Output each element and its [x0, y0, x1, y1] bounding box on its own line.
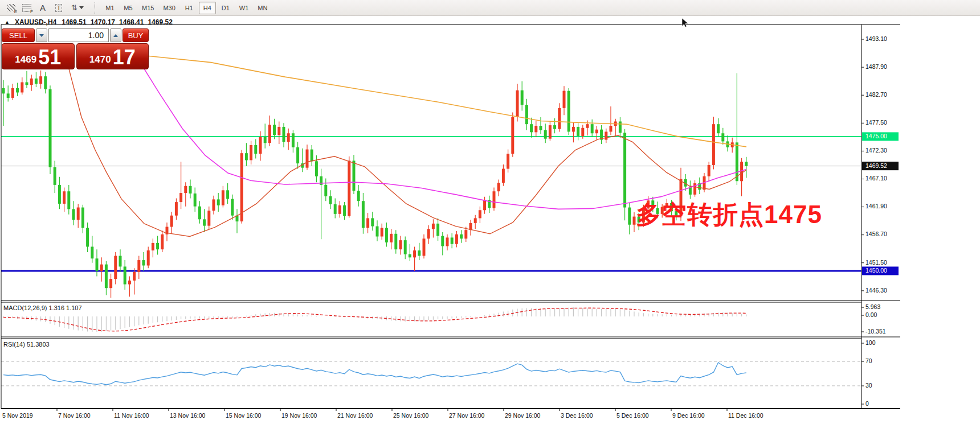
time-axis-label: 21 Nov 16:00	[337, 412, 373, 419]
candle-body	[311, 150, 313, 162]
timeframe-m1[interactable]: M1	[101, 2, 119, 14]
candle-body	[100, 265, 103, 271]
candle-body	[175, 202, 178, 216]
arrows-style-icon[interactable]: ⇅	[67, 2, 88, 14]
volume-decrease-button[interactable]	[36, 28, 47, 42]
macd-axis-label: -10.351	[865, 328, 886, 335]
candle-body	[507, 154, 509, 168]
candle-body	[591, 124, 594, 133]
candle-body	[572, 127, 575, 131]
candle-body	[277, 127, 280, 135]
timeframe-w1[interactable]: W1	[235, 2, 253, 14]
time-axis-label: 7 Nov 16:00	[58, 412, 91, 419]
volume-increase-button[interactable]	[110, 28, 121, 42]
time-axis: 5 Nov 20197 Nov 16:0011 Nov 16:0013 Nov …	[2, 412, 763, 419]
candle-body	[558, 108, 561, 129]
timeframe-mn[interactable]: MN	[254, 2, 271, 14]
candle-body	[577, 127, 579, 136]
candle-body	[67, 191, 70, 209]
candle-body	[595, 130, 598, 134]
timeframe-m30[interactable]: M30	[159, 2, 179, 14]
low-value: 1468.41	[119, 18, 144, 26]
sell-price-display[interactable]: 1469 51	[2, 43, 75, 69]
candle-body	[161, 234, 164, 249]
candle-body	[63, 191, 66, 204]
grid-tool-icon[interactable]: F	[19, 2, 34, 14]
buy-button[interactable]: BUY	[122, 28, 149, 42]
timeframe-d1[interactable]: D1	[217, 2, 234, 14]
timeframe-m15[interactable]: M15	[138, 2, 158, 14]
candle-body	[315, 161, 318, 176]
candle-body	[511, 117, 514, 154]
candle-body	[516, 90, 519, 117]
text-label-icon[interactable]: A	[35, 2, 50, 14]
volume-input[interactable]	[48, 28, 109, 42]
candle-body	[26, 83, 28, 85]
candle-body	[264, 137, 267, 143]
timeframe-h1[interactable]: H1	[181, 2, 198, 14]
candle-body	[544, 130, 547, 139]
t-glyph: T	[55, 4, 63, 12]
candle-body	[292, 133, 295, 147]
rsi-panel: RSI(14) 51.380310070300	[1, 339, 876, 407]
candle-body	[394, 234, 397, 249]
candle-body	[343, 205, 346, 216]
macd-axis-label: 0.00	[865, 311, 877, 318]
mouse-cursor	[682, 18, 688, 27]
candle-body	[497, 183, 500, 191]
channel-tool-icon[interactable]: E	[3, 2, 18, 14]
sell-button[interactable]: SELL	[2, 28, 35, 42]
timeframe-h4[interactable]: H4	[199, 2, 216, 14]
candle-body	[133, 272, 136, 281]
candle-body	[712, 124, 715, 165]
price-axis-label: 1461.90	[865, 203, 887, 209]
candle-body	[610, 126, 612, 131]
time-axis-label: 25 Nov 16:00	[393, 412, 429, 419]
candle-body	[287, 133, 290, 142]
collapse-triangle-icon[interactable]: ▲	[5, 19, 10, 25]
candle-body	[399, 240, 402, 249]
chart-canvas[interactable]: MACD(12,26,9) 1.316 1.1075.9630.00-10.35…	[0, 16, 980, 424]
candle-body	[217, 199, 220, 205]
candle-body	[245, 153, 248, 160]
candle-body	[413, 250, 416, 257]
candle-body	[296, 147, 299, 163]
candle-body	[530, 124, 533, 132]
candle-body	[30, 79, 33, 85]
candle-body	[72, 209, 75, 220]
candle-body	[708, 165, 710, 176]
rsi-axis-label: 100	[865, 339, 876, 346]
candle-body	[502, 169, 505, 183]
macd-signal-line	[3, 308, 746, 331]
candle-body	[432, 224, 435, 229]
candle-body	[198, 207, 201, 220]
rsi-label: RSI(14) 51.3803	[3, 341, 50, 348]
support-badge-text: 1450.00	[865, 267, 887, 274]
candle-body	[436, 224, 439, 236]
time-axis-label: 9 Dec 16:00	[672, 412, 705, 419]
buy-price-display[interactable]: 1470 17	[76, 43, 149, 69]
candle-body	[390, 234, 393, 242]
macd-panel: MACD(12,26,9) 1.316 1.1075.9630.00-10.35…	[3, 303, 886, 335]
candle-body	[474, 218, 477, 223]
candle-body	[371, 218, 374, 226]
time-axis-label: 5 Nov 2019	[2, 412, 33, 419]
candle-body	[179, 193, 182, 202]
candle-body	[2, 88, 5, 93]
candle-body	[226, 190, 229, 199]
candle-body	[156, 243, 159, 249]
candle-body	[250, 145, 252, 160]
candle-body	[306, 150, 309, 168]
candle-body	[385, 228, 388, 242]
candle-body	[39, 76, 42, 84]
rsi-axis-label: 30	[865, 382, 872, 389]
candle-body	[633, 217, 636, 225]
candle-body	[479, 210, 481, 218]
high-value: 1470.17	[91, 18, 115, 26]
candle-body	[404, 240, 407, 254]
candle-body	[283, 127, 285, 142]
candle-body	[534, 126, 537, 132]
candle-body	[213, 199, 215, 211]
text-box-icon[interactable]: T	[51, 2, 66, 14]
timeframe-m5[interactable]: M5	[120, 2, 137, 14]
